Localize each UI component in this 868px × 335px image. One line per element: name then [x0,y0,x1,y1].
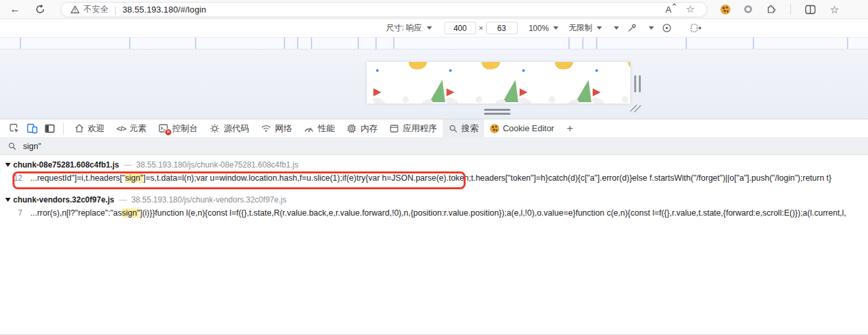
screencast-eye-icon[interactable] [662,23,672,33]
browser-window: { "browser": { "security_label": "不安全", … [0,0,868,335]
address-bar-actions: A ☆ [666,3,697,15]
more-options-caret-icon[interactable] [614,26,619,30]
chevron-down-icon [597,26,602,30]
code-snippet: ...requestId"]=i,t.headers["sign"]=s,t.d… [30,173,832,183]
tab-cookie-editor[interactable]: Cookie Editor [484,119,560,138]
eyedropper-icon[interactable] [627,23,637,33]
pattern-repeat [586,62,630,104]
gauge-icon [304,124,314,133]
line-number: 12 [8,173,22,183]
chevron-down-icon[interactable] [649,26,654,30]
device-toolbar-toggle-button[interactable] [23,120,41,137]
tab-sources[interactable]: 源代码 [203,119,255,138]
bug-icon [209,123,220,134]
tab-elements[interactable]: </> 元素 [111,119,152,138]
home-icon [74,123,84,133]
read-aloud-icon[interactable]: A [666,5,672,15]
match-highlight: sign" [125,173,143,183]
chevron-down-icon [553,26,558,30]
dock-side-icon [44,123,55,134]
viewport-height-input[interactable] [486,22,518,34]
cookie-extension-icon[interactable] [720,5,730,15]
zoom-select[interactable]: 100% [529,24,559,33]
code-snippet: ...rror(s),n[l?"replace":"assign"](i)}}f… [30,208,846,218]
media-query-bar[interactable] [0,37,868,49]
viewport-width-input[interactable] [445,22,476,34]
pattern-repeat [513,62,586,104]
wifi-icon [261,124,271,133]
result-file-path: 38.55.193.180/js/chunk-vendors.32c0f97e.… [131,195,286,204]
dimensions-select[interactable]: 尺寸: 响应 [386,22,432,34]
address-bar[interactable]: 不安全 | 38.55.193.180/#/login A ☆ [61,2,707,17]
clipped-edge-icon[interactable]: ☆ [830,3,839,16]
tab-performance[interactable]: 性能 [298,119,340,138]
throttling-value: 无限制 [568,22,592,34]
tabbar-divider [63,123,64,135]
tab-console[interactable]: 控制台 [152,119,203,138]
result-match-line[interactable]: 12 ...requestId"]=i,t.headers["sign"]=s,… [0,170,868,185]
tab-application[interactable]: 应用程序 [383,119,443,138]
application-window-icon [389,124,399,133]
device-emulation-toolbar: 尺寸: 响应 × 100% 无限制 [0,19,868,37]
security-label[interactable]: 不安全 [84,4,109,15]
yellow-cap-decoration [408,62,427,71]
extensions-puzzle-icon[interactable] [766,4,776,15]
back-button[interactable]: ← [7,1,24,17]
result-file-header[interactable]: chunk-vendors.32c0f97e.js — 38.55.193.18… [0,194,868,205]
reload-icon [35,4,45,15]
tab-memory[interactable]: 内存 [340,119,383,138]
browser-extensions-area: ☆ [720,3,833,16]
search-icon [8,142,16,150]
tab-search[interactable]: 搜索 [443,119,484,138]
line-number: 7 [8,208,22,218]
search-query-bar[interactable]: sign" [0,138,868,155]
devtools-tabbar: 欢迎 </> 元素 控制台 源代码 [0,119,868,138]
dimensions-label: 尺寸: 响应 [386,22,422,34]
result-match-line[interactable]: 7 ...rror(s),n[l?"replace":"assign"](i)}… [0,205,868,220]
browser-toolbar: ← 不安全 | 38.55.193.180/#/login A ☆ ☆ [0,0,868,19]
code-brackets-icon: </> [117,125,126,133]
match-highlight: sign" [122,208,140,218]
viewport-resize-handle-bottom[interactable] [484,109,510,115]
reload-button[interactable] [32,1,49,17]
console-error-badge [165,129,172,136]
result-file-path: 38.55.193.180/js/chunk-08e75281.608c4fb1… [136,160,298,169]
warning-icon [70,5,80,14]
zoom-value: 100% [529,24,549,33]
tab-welcome[interactable]: 欢迎 [68,119,111,138]
cookie-icon [490,124,499,133]
device-mode-canvas [0,49,868,119]
throttling-select[interactable]: 无限制 [568,22,602,34]
more-tabs-button[interactable]: + [560,122,580,135]
tab-network[interactable]: 网络 [255,119,298,138]
emulated-viewport[interactable] [367,62,630,104]
search-results: chunk-08e75281.608c4fb1.js — 38.55.193.1… [0,155,868,220]
toolbar-divider [790,4,791,15]
search-icon [448,124,458,133]
address-divider: | [115,5,117,15]
pattern-repeat [440,62,513,104]
dimensions-multiply: × [479,24,483,33]
collapse-caret-icon[interactable] [5,163,11,167]
pattern-repeat [367,62,440,104]
viewport-resize-handle-right[interactable] [634,75,641,92]
collapse-caret-icon[interactable] [5,198,11,202]
blue-dot-decoration [376,69,379,72]
favorite-star-icon[interactable]: ☆ [686,3,695,15]
viewport-resize-handle-corner[interactable] [628,103,641,113]
result-file-header[interactable]: chunk-08e75281.608c4fb1.js — 38.55.193.1… [0,159,868,170]
inspect-element-button[interactable] [5,120,23,137]
result-file-name: chunk-08e75281.608c4fb1.js [13,160,119,169]
red-triangle-decoration [373,88,381,96]
memory-chip-icon [346,123,357,134]
chevron-down-icon [427,26,432,30]
result-file-name: chunk-vendors.32c0f97e.js [13,195,114,204]
device-frame-icon[interactable] [690,23,702,33]
extension-ring-icon[interactable] [744,5,752,13]
search-query-input[interactable]: sign" [23,142,41,151]
dock-side-button[interactable] [41,120,59,137]
inspect-cursor-icon [9,123,20,134]
device-toolbar-icon [26,123,38,134]
url-text[interactable]: 38.55.193.180/#/login [122,5,206,15]
split-screen-icon[interactable] [805,5,816,15]
